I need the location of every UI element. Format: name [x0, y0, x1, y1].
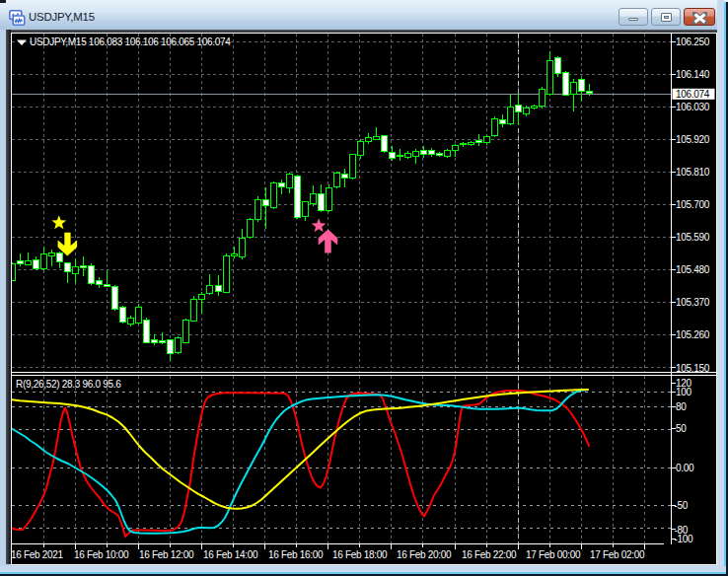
svg-text:-50: -50 — [675, 500, 689, 511]
svg-text:17 Feb 00:00: 17 Feb 00:00 — [526, 549, 581, 560]
svg-text:105.590: 105.590 — [676, 232, 710, 243]
svg-text:16 Feb 18:00: 16 Feb 18:00 — [332, 549, 388, 560]
svg-text:16 Feb 20:00: 16 Feb 20:00 — [397, 549, 452, 560]
svg-text:106.250: 106.250 — [676, 36, 710, 47]
svg-text:105.480: 105.480 — [676, 264, 710, 275]
svg-text:16 Feb 12:00: 16 Feb 12:00 — [139, 549, 194, 560]
svg-text:106.030: 106.030 — [676, 102, 710, 112]
svg-text:105.810: 105.810 — [676, 167, 710, 178]
svg-text:106.140: 106.140 — [676, 69, 710, 80]
svg-text:USDJPY,M15 106.083 106.106 10: USDJPY,M15 106.083 106.106 106.065 106.0… — [30, 36, 231, 47]
svg-text:16 Feb 10:00: 16 Feb 10:00 — [74, 549, 129, 560]
svg-text:16 Feb 16:00: 16 Feb 16:00 — [268, 549, 324, 560]
svg-text:105.370: 105.370 — [676, 297, 710, 308]
svg-text:-100: -100 — [675, 534, 694, 544]
svg-text:100: 100 — [676, 387, 692, 397]
svg-text:16 Feb 14:00: 16 Feb 14:00 — [203, 549, 258, 560]
svg-text:R(9,26,52) 28.3 96.0 95.6: R(9,26,52) 28.3 96.0 95.6 — [16, 379, 121, 390]
svg-text:105.150: 105.150 — [676, 363, 710, 374]
svg-text:17 Feb 02:00: 17 Feb 02:00 — [590, 549, 645, 560]
svg-text:105.700: 105.700 — [676, 199, 710, 210]
svg-text:106.074: 106.074 — [676, 89, 710, 100]
svg-text:105.920: 105.920 — [676, 134, 710, 145]
svg-text:50: 50 — [676, 423, 687, 434]
svg-text:16 Feb 22:00: 16 Feb 22:00 — [462, 549, 517, 560]
svg-text:0.00: 0.00 — [676, 463, 694, 473]
svg-text:105.260: 105.260 — [676, 329, 710, 340]
svg-text:80: 80 — [676, 401, 687, 412]
svg-text:16 Feb 2021: 16 Feb 2021 — [12, 549, 64, 560]
